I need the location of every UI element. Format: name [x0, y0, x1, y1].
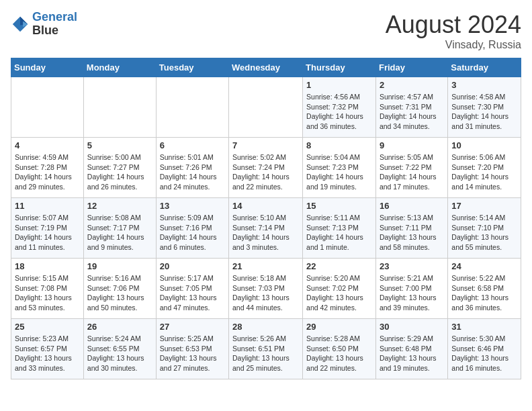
day-info: Sunrise: 5:17 AM Sunset: 7:05 PM Dayligh… — [160, 273, 225, 313]
calendar-cell: 3Sunrise: 4:58 AM Sunset: 7:30 PM Daylig… — [448, 77, 521, 138]
day-number: 5 — [87, 140, 152, 150]
calendar-cell: 11Sunrise: 5:07 AM Sunset: 7:19 PM Dayli… — [11, 198, 84, 259]
day-number: 7 — [232, 140, 299, 150]
calendar-cell: 28Sunrise: 5:26 AM Sunset: 6:51 PM Dayli… — [229, 319, 303, 379]
day-number: 2 — [380, 80, 444, 90]
day-number: 9 — [380, 140, 444, 150]
day-info: Sunrise: 4:59 AM Sunset: 7:28 PM Dayligh… — [15, 152, 80, 192]
day-number: 1 — [306, 80, 372, 90]
title-block: August 2024 Vinsady, Russia — [386, 11, 521, 51]
calendar-cell: 7Sunrise: 5:02 AM Sunset: 7:24 PM Daylig… — [229, 138, 303, 198]
calendar-cell — [156, 77, 228, 138]
day-info: Sunrise: 5:16 AM Sunset: 7:06 PM Dayligh… — [87, 273, 152, 313]
day-info: Sunrise: 5:05 AM Sunset: 7:22 PM Dayligh… — [380, 152, 444, 192]
day-number: 25 — [15, 322, 80, 332]
calendar-cell: 21Sunrise: 5:18 AM Sunset: 7:03 PM Dayli… — [229, 259, 303, 319]
month-title: August 2024 — [386, 11, 521, 39]
day-number: 26 — [87, 322, 152, 332]
day-number: 16 — [380, 201, 444, 211]
calendar-cell: 23Sunrise: 5:21 AM Sunset: 7:00 PM Dayli… — [375, 259, 447, 319]
calendar-week-row: 4Sunrise: 4:59 AM Sunset: 7:28 PM Daylig… — [11, 138, 521, 198]
calendar-cell: 16Sunrise: 5:13 AM Sunset: 7:11 PM Dayli… — [375, 198, 447, 259]
day-info: Sunrise: 5:02 AM Sunset: 7:24 PM Dayligh… — [232, 152, 299, 192]
day-info: Sunrise: 5:29 AM Sunset: 6:48 PM Dayligh… — [380, 334, 444, 373]
day-number: 17 — [451, 201, 517, 211]
logo-line2: Blue — [32, 24, 58, 37]
day-info: Sunrise: 5:22 AM Sunset: 6:58 PM Dayligh… — [451, 273, 517, 313]
day-info: Sunrise: 4:56 AM Sunset: 7:32 PM Dayligh… — [306, 92, 372, 132]
day-info: Sunrise: 5:30 AM Sunset: 6:46 PM Dayligh… — [451, 334, 517, 373]
day-number: 24 — [451, 261, 517, 271]
calendar-cell: 6Sunrise: 5:01 AM Sunset: 7:26 PM Daylig… — [156, 138, 228, 198]
calendar-week-row: 18Sunrise: 5:15 AM Sunset: 7:08 PM Dayli… — [11, 259, 521, 319]
day-info: Sunrise: 5:20 AM Sunset: 7:02 PM Dayligh… — [306, 273, 372, 313]
day-info: Sunrise: 5:23 AM Sunset: 6:57 PM Dayligh… — [15, 334, 80, 373]
day-info: Sunrise: 4:58 AM Sunset: 7:30 PM Dayligh… — [451, 92, 517, 132]
calendar-cell: 10Sunrise: 5:06 AM Sunset: 7:20 PM Dayli… — [448, 138, 521, 198]
day-info: Sunrise: 5:14 AM Sunset: 7:10 PM Dayligh… — [451, 213, 517, 253]
day-number: 27 — [160, 322, 225, 332]
day-info: Sunrise: 5:10 AM Sunset: 7:14 PM Dayligh… — [232, 213, 299, 253]
weekday-header: Tuesday — [156, 58, 228, 77]
calendar-week-row: 25Sunrise: 5:23 AM Sunset: 6:57 PM Dayli… — [11, 319, 521, 379]
calendar-week-row: 11Sunrise: 5:07 AM Sunset: 7:19 PM Dayli… — [11, 198, 521, 259]
location: Vinsady, Russia — [386, 39, 521, 51]
calendar-cell: 12Sunrise: 5:08 AM Sunset: 7:17 PM Dayli… — [83, 198, 156, 259]
page-header: General Blue August 2024 Vinsady, Russia — [11, 11, 521, 51]
day-number: 23 — [380, 261, 444, 271]
calendar-cell: 2Sunrise: 4:57 AM Sunset: 7:31 PM Daylig… — [375, 77, 447, 138]
day-info: Sunrise: 5:09 AM Sunset: 7:16 PM Dayligh… — [160, 213, 225, 253]
calendar-cell: 19Sunrise: 5:16 AM Sunset: 7:06 PM Dayli… — [83, 259, 156, 319]
calendar-cell: 15Sunrise: 5:11 AM Sunset: 7:13 PM Dayli… — [303, 198, 376, 259]
calendar-table: SundayMondayTuesdayWednesdayThursdayFrid… — [11, 58, 521, 379]
day-info: Sunrise: 5:13 AM Sunset: 7:11 PM Dayligh… — [380, 213, 444, 253]
calendar-cell: 25Sunrise: 5:23 AM Sunset: 6:57 PM Dayli… — [11, 319, 84, 379]
logo-icon — [11, 15, 30, 34]
logo-line1: General — [32, 10, 77, 24]
day-info: Sunrise: 5:08 AM Sunset: 7:17 PM Dayligh… — [87, 213, 152, 253]
logo: General Blue — [11, 11, 77, 38]
day-info: Sunrise: 5:24 AM Sunset: 6:55 PM Dayligh… — [87, 334, 152, 373]
weekday-header: Monday — [83, 58, 156, 77]
day-info: Sunrise: 5:07 AM Sunset: 7:19 PM Dayligh… — [15, 213, 80, 253]
day-info: Sunrise: 5:18 AM Sunset: 7:03 PM Dayligh… — [232, 273, 299, 313]
day-info: Sunrise: 5:00 AM Sunset: 7:27 PM Dayligh… — [87, 152, 152, 192]
day-number: 31 — [451, 322, 517, 332]
calendar-cell: 30Sunrise: 5:29 AM Sunset: 6:48 PM Dayli… — [375, 319, 447, 379]
day-number: 29 — [306, 322, 372, 332]
day-number: 3 — [451, 80, 517, 90]
calendar-cell: 18Sunrise: 5:15 AM Sunset: 7:08 PM Dayli… — [11, 259, 84, 319]
logo-text: General Blue — [32, 11, 77, 38]
day-number: 13 — [160, 201, 225, 211]
calendar-cell: 22Sunrise: 5:20 AM Sunset: 7:02 PM Dayli… — [303, 259, 376, 319]
day-number: 22 — [306, 261, 372, 271]
day-number: 8 — [306, 140, 372, 150]
day-number: 19 — [87, 261, 152, 271]
day-info: Sunrise: 5:25 AM Sunset: 6:53 PM Dayligh… — [160, 334, 225, 373]
calendar-cell: 27Sunrise: 5:25 AM Sunset: 6:53 PM Dayli… — [156, 319, 228, 379]
day-info: Sunrise: 5:01 AM Sunset: 7:26 PM Dayligh… — [160, 152, 225, 192]
calendar-cell: 9Sunrise: 5:05 AM Sunset: 7:22 PM Daylig… — [375, 138, 447, 198]
day-info: Sunrise: 5:04 AM Sunset: 7:23 PM Dayligh… — [306, 152, 372, 192]
day-info: Sunrise: 5:15 AM Sunset: 7:08 PM Dayligh… — [15, 273, 80, 313]
day-info: Sunrise: 5:06 AM Sunset: 7:20 PM Dayligh… — [451, 152, 517, 192]
weekday-header: Sunday — [11, 58, 84, 77]
weekday-header: Friday — [375, 58, 447, 77]
calendar-cell: 4Sunrise: 4:59 AM Sunset: 7:28 PM Daylig… — [11, 138, 84, 198]
day-number: 10 — [451, 140, 517, 150]
calendar-cell: 24Sunrise: 5:22 AM Sunset: 6:58 PM Dayli… — [448, 259, 521, 319]
calendar-week-row: 1Sunrise: 4:56 AM Sunset: 7:32 PM Daylig… — [11, 77, 521, 138]
day-info: Sunrise: 4:57 AM Sunset: 7:31 PM Dayligh… — [380, 92, 444, 132]
day-info: Sunrise: 5:11 AM Sunset: 7:13 PM Dayligh… — [306, 213, 372, 253]
calendar-cell: 31Sunrise: 5:30 AM Sunset: 6:46 PM Dayli… — [448, 319, 521, 379]
day-info: Sunrise: 5:26 AM Sunset: 6:51 PM Dayligh… — [232, 334, 299, 373]
calendar-cell — [229, 77, 303, 138]
day-number: 20 — [160, 261, 225, 271]
calendar-cell — [83, 77, 156, 138]
calendar-cell: 14Sunrise: 5:10 AM Sunset: 7:14 PM Dayli… — [229, 198, 303, 259]
weekday-header: Saturday — [448, 58, 521, 77]
calendar-cell: 1Sunrise: 4:56 AM Sunset: 7:32 PM Daylig… — [303, 77, 376, 138]
weekday-header: Thursday — [303, 58, 376, 77]
day-number: 14 — [232, 201, 299, 211]
day-number: 4 — [15, 140, 80, 150]
